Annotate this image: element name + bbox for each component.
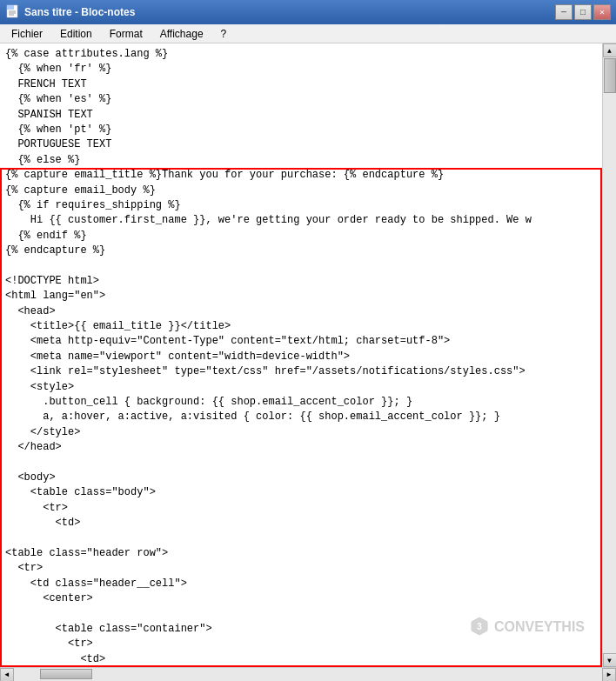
code-line: <meta name="viewport" content="width=dev… [5,350,597,364]
code-line: <html lang="en"> [5,289,597,304]
code-line: <title>{{ email_title }}</title> [5,319,597,334]
code-line: </style> [5,425,597,440]
window-title: Sans titre - Bloc-notes [5,4,135,21]
menu-help[interactable]: ? [213,25,235,43]
app-icon [5,4,19,21]
code-line: <!DOCTYPE html> [5,274,597,289]
code-line: <link rel="stylesheet" type="text/css" h… [5,364,597,379]
menu-affichage[interactable]: Affichage [152,25,211,43]
scroll-left-button[interactable]: ◄ [0,668,14,682]
code-line: SPANISH TEXT [5,108,597,123]
title-bar: Sans titre - Bloc-notes ─ □ ✕ [0,0,616,24]
code-line: <style> [5,380,597,395]
code-line [5,258,597,273]
close-button[interactable]: ✕ [593,4,611,20]
code-line: FRENCH TEXT [5,77,597,92]
window-controls: ─ □ ✕ [555,4,611,20]
code-line: <table class="container"> [5,622,597,637]
menu-bar: Fichier Edition Format Affichage ? [0,24,616,43]
code-line: {% if requires_shipping %} [5,198,597,213]
code-line: {% when 'es' %} [5,92,597,107]
code-line: <tr> [5,637,597,651]
title-text: Sans titre - Bloc-notes [24,6,135,18]
maximize-button[interactable]: □ [574,4,592,20]
editor-area: {% case attributes.lang %} {% when 'fr' … [0,43,616,667]
code-line: <tr> [5,561,597,576]
code-line: {% case attributes.lang %} [5,47,597,62]
code-line: a, a:hover, a:active, a:visited { color:… [5,410,597,424]
code-line: {% endcapture %} [5,244,597,258]
code-line: </head> [5,440,597,455]
code-line: {% capture email_body %} [5,184,597,198]
scroll-right-button[interactable]: ► [602,668,616,682]
code-line: <center> [5,591,597,606]
code-line: <body> [5,471,597,485]
code-line [5,606,597,621]
code-line: {% else %} [5,153,597,168]
horizontal-scrollbar[interactable]: ◄ ► [0,667,616,681]
code-line: {% capture email_title %}Thank you for y… [5,168,597,183]
scroll-thumb[interactable] [604,58,616,93]
scroll-up-button[interactable]: ▲ [603,43,617,57]
app-window: Sans titre - Bloc-notes ─ □ ✕ Fichier Ed… [0,0,616,681]
code-line: <table class="header row"> [5,546,597,561]
code-line: {% when 'fr' %} [5,62,597,77]
code-line: <td> [5,516,597,531]
scroll-h-thumb[interactable] [40,669,92,679]
code-line: Hi {{ customer.first_name }}, we're gett… [5,213,597,228]
code-line: {% when 'pt' %} [5,123,597,137]
code-line: .button_cell { background: {{ shop.email… [5,395,597,410]
code-line: <tr> [5,501,597,516]
menu-format[interactable]: Format [102,25,151,43]
vertical-scrollbar[interactable]: ▲ ▼ [602,43,616,667]
code-line: <td> [5,652,597,667]
code-line [5,531,597,546]
code-editor[interactable]: {% case attributes.lang %} {% when 'fr' … [0,43,602,667]
scroll-h-track[interactable] [14,668,602,681]
menu-fichier[interactable]: Fichier [3,25,50,43]
minimize-button[interactable]: ─ [555,4,572,20]
code-line: <td class="header__cell"> [5,577,597,591]
code-line: <head> [5,304,597,319]
scroll-track[interactable] [603,57,616,653]
svg-rect-1 [7,5,14,10]
code-line: PORTUGUESE TEXT [5,137,597,152]
code-line: <table class="body"> [5,485,597,500]
code-line [5,456,597,471]
code-line: {% endif %} [5,229,597,244]
scroll-down-button[interactable]: ▼ [603,653,617,667]
menu-edition[interactable]: Edition [52,25,100,43]
code-line: <meta http-equiv="Content-Type" content=… [5,334,597,349]
